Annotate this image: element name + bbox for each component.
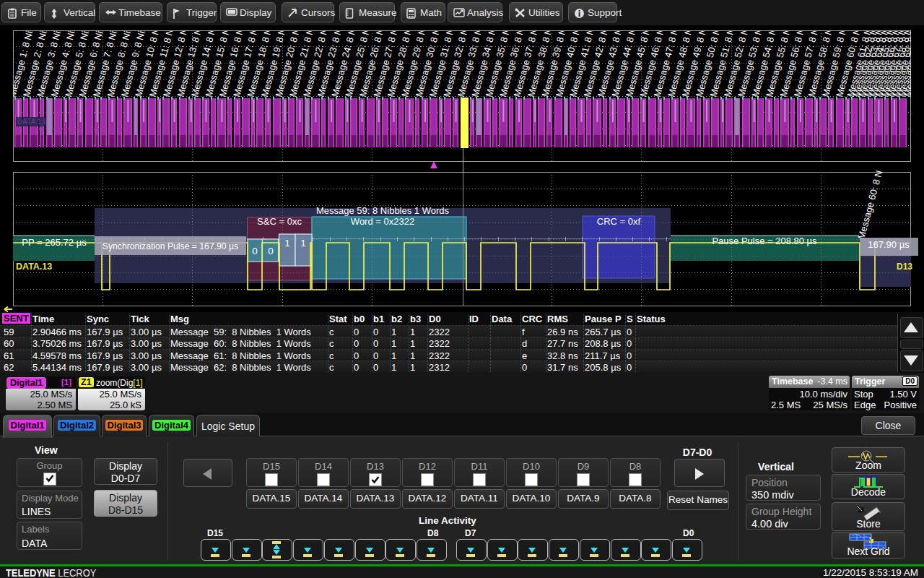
svg-text:Message 59: 8 Nibbles 1 Words: Message 59: 8 Nibbles 1 Words (316, 205, 450, 216)
svg-text:1: 1 (300, 238, 306, 249)
svg-text:DATA.13: DATA.13 (16, 262, 52, 272)
svg-text:Synchronization Pulse = 167.90: Synchronization Pulse = 167.90 µs (103, 241, 238, 251)
svg-text:0: 0 (268, 246, 274, 256)
svg-text:PP = 265.72 µs: PP = 265.72 µs (22, 237, 87, 248)
svg-text:Message 60: 8 N: Message 60: 8 N (855, 169, 884, 241)
svg-text:DATA.13: DATA.13 (17, 118, 46, 126)
svg-text:S&C = 0xc: S&C = 0xc (257, 216, 302, 227)
svg-text:Word = 0x2322: Word = 0x2322 (351, 216, 414, 227)
svg-text:Pause Pulse = 208.80 µs: Pause Pulse = 208.80 µs (712, 236, 817, 246)
svg-text:0: 0 (252, 246, 258, 256)
svg-text:D13: D13 (897, 262, 912, 272)
svg-text:1: 1 (284, 238, 290, 249)
svg-text:167.90 µs: 167.90 µs (868, 239, 910, 250)
svg-text:CRC = 0xf: CRC = 0xf (597, 216, 641, 227)
